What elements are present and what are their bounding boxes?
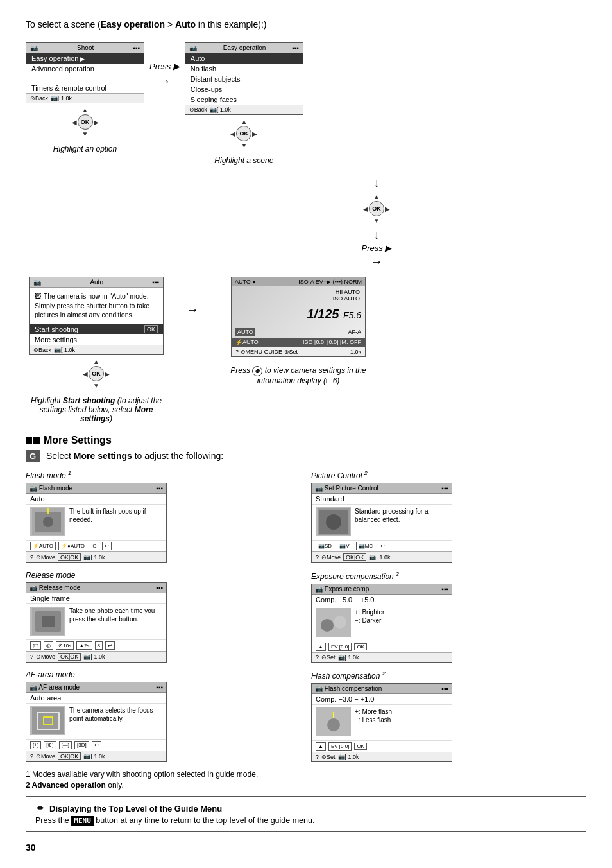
picture-control-screen: 📷 Set Picture Control ▪▪▪ Standard Stand… [311,483,452,563]
flash-scale: 📷[ 1.0k [83,554,105,560]
flash-content: The built-in flash pops up if needed. [26,505,166,540]
info-box-body: Press the MENU button at any time to ret… [35,816,577,825]
svg-point-11 [321,619,334,632]
auto-mode-battery: ▪▪▪ [152,279,159,286]
am-nav-left[interactable]: ◀ [82,370,89,378]
easy-op-bottom-bar: ⊙Back 📷[ 1.0k [185,105,303,114]
fc-scale: 📷[ 1.0k [338,754,359,760]
advanced-operation-item[interactable]: Advanced operation [26,64,144,74]
rm-mode-val: Single frame [26,593,166,604]
intro-end: in this example): [196,19,264,30]
flash-move: ⊙Move [36,554,55,560]
am-nav-right[interactable]: ▶ [104,370,110,378]
pc-mode-val: Standard [312,494,452,505]
eop-nav-right[interactable]: ▶ [251,130,258,138]
af-ok: OK|OK [58,752,81,760]
af-area-mode-row: AF-area mode 📷 AF-area mode ▪▪▪ Auto-are… [26,670,301,762]
ec-bat: ▪▪▪ [441,586,448,593]
am-nav-up[interactable]: ▲ [92,358,100,366]
ec-arrow-up: ▲ [316,643,326,651]
press-right-1: Press ▶ → [149,62,180,89]
af-mode-val: Auto-area [26,693,166,704]
flash-comp-row: Flash compensation 2 📷 Flash compensatio… [311,670,586,762]
easy-op-icon: 📷 [189,44,197,51]
rm-arrow: ↩ [105,641,115,650]
flash-ok: OK|OK [58,553,81,561]
start-shooting-item[interactable]: Start shooting OK [30,324,163,334]
fc-icon: 📷 Flash compensation [315,685,382,692]
info-box-title-text: Displaying the Top Level of the Guide Me… [49,804,222,813]
pc-icon: 📷 Set Picture Control [315,485,378,492]
press-right-3: → [186,302,199,317]
eop-nav-down[interactable]: ▼ [240,141,248,150]
auto-mode-title-bar: 📷 Auto ▪▪▪ [30,277,163,288]
nav-left[interactable]: ◀ [71,118,78,126]
am-nav-down[interactable]: ▼ [92,381,100,390]
easy-operation-item[interactable]: Easy operation [26,53,144,64]
release-mode-row: Release mode 📷 Release mode ▪▪▪ Single f… [26,571,301,663]
af-scale: 📷[ 1.0k [83,753,105,759]
ec-ok-btn: OK [354,643,367,650]
eop-nav-left[interactable]: ◀ [230,130,236,138]
flash-img [30,507,65,536]
flash-comp-label: Flash compensation 2 [311,670,586,681]
mid-nav-right[interactable]: ▶ [384,205,391,213]
flash-icon-auto2: ⚡●AUTO [58,542,87,550]
more-settings-item[interactable]: More settings [30,334,163,345]
close-ups-item[interactable]: Close-ups [185,84,303,94]
rm-move: ⊙Move [36,654,55,660]
no-flash-item[interactable]: No flash [185,64,303,74]
pc-bat: ▪▪▪ [441,485,448,492]
nav-right[interactable]: ▶ [93,118,99,126]
svg-point-12 [334,616,346,629]
fc-ok-btn: OK [354,743,367,750]
easy-op-screen: 📷 Easy operation ▪▪▪ Auto No flash Dista… [185,42,303,115]
shoot-menu-screen: 📷 Shoot ▪▪▪ Easy operation Advanced oper… [26,42,144,103]
bold-auto: Auto [175,19,196,30]
ok-circle-icon: ⊛ [252,366,262,376]
fc-thumbnail [318,709,350,736]
am-ok-btn[interactable]: OK [89,366,104,381]
flash-title: 📷 Flash mode ▪▪▪ [26,483,166,494]
black-squares-icon [26,437,40,444]
rm-bat: ▪▪▪ [156,584,163,591]
mid-nav-up[interactable]: ▲ [373,193,380,201]
pc-sd: 📷SD [316,542,334,550]
info-box: ✏ Displaying the Top Level of the Guide … [26,796,586,832]
nav-up[interactable]: ▲ [81,106,89,114]
fc-bottom: ? ⊙Set 📷[ 1.0k [312,752,452,761]
bottom-flow-section: 📷 Auto ▪▪▪ 🖼 The camera is now in "Auto"… [26,277,586,423]
af-bottom: ? ⊙Move OK|OK 📷[ 1.0k [26,751,166,761]
mid-nav-down[interactable]: ▼ [373,216,380,225]
af-area-screen: 📷 AF-area mode ▪▪▪ Auto-area The camera … [26,682,167,762]
timers-item[interactable]: Timers & remote control [26,83,144,93]
pc-vi: 📷VI [337,542,353,550]
pc-arrow: ↩ [378,542,387,550]
pencil-icon: ✏ [35,803,46,813]
pc-move: ⊙Move [321,554,341,560]
af-icon: 📷 AF-area mode [30,684,80,691]
more-settings-bold: More settings [74,451,132,461]
mid-nav-left[interactable]: ◀ [362,205,369,213]
eop-ok-btn[interactable]: OK [236,126,251,141]
flash-bottom: ? ⊙Move OK|OK 📷[ 1.0k [26,551,166,562]
auto-item[interactable]: Auto [185,53,303,64]
distant-subjects-item[interactable]: Distant subjects [185,74,303,84]
fc-icons: ▲ EV [0.0] OK [312,740,452,752]
rm-ok: OK|OK [58,653,81,661]
eop-nav-up[interactable]: ▲ [240,117,248,126]
ec-icons: ▲ EV [0.0] OK [312,641,452,652]
vf-numbers: 1/125 F5.6 [307,307,361,322]
easy-op-title: Easy operation [223,44,266,51]
sleeping-faces-item[interactable]: Sleeping faces [185,94,303,105]
more-settings-title: More Settings [44,435,112,446]
flash-desc: The built-in flash pops up if needed. [69,507,162,537]
mid-ok-btn[interactable]: OK [369,201,384,216]
ok-btn[interactable]: OK [78,114,93,130]
rm-img [30,607,65,636]
nav-down[interactable]: ▼ [81,130,89,138]
rm-scale: 📷[ 1.0k [83,654,105,660]
flash-comp-sup: 2 [382,670,386,677]
flash-mode-label: Flash mode 1 [26,470,301,480]
shoot-nav: ▲ ◀ OK ▶ ▼ [71,106,99,138]
